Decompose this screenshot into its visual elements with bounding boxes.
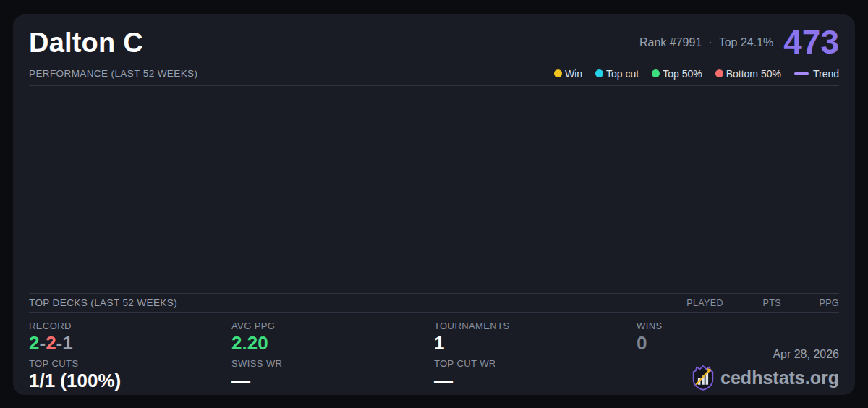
rank-label: Rank #7991	[639, 36, 702, 49]
performance-header-row: PERFORMANCE (LAST 52 WEEKS) Win Top cut …	[29, 61, 839, 85]
cedhstats-shield-icon	[692, 365, 715, 391]
stat-label: TOURNAMENTS	[434, 320, 637, 331]
performance-chart-area	[29, 86, 839, 293]
top-decks-header-row: TOP DECKS (LAST 52 WEEKS) PLAYED PTS PPG	[29, 294, 839, 312]
brand-row: cedhstats.org	[692, 365, 839, 391]
stat-label: TOP CUT WR	[434, 358, 637, 369]
stat-avg-ppg: AVG PPG 2.20	[231, 320, 434, 353]
top-cut-dot-icon	[595, 69, 603, 77]
stats-grid: RECORD 2-2-1 AVG PPG 2.20 TOURNAMENTS 1 …	[29, 313, 839, 395]
record-losses: 2	[46, 332, 56, 354]
trend-line-icon	[794, 72, 809, 75]
card-footer: Apr 28, 2026 cedhstats.org	[692, 348, 839, 391]
avg-ppg-value: 2.20	[231, 333, 434, 353]
top-cuts-value: 1/1 (100%)	[29, 371, 231, 391]
legend-label: Top 50%	[663, 68, 702, 80]
record-dash: -	[56, 332, 63, 354]
stat-label: TOP CUTS	[29, 358, 231, 369]
top50-dot-icon	[652, 69, 660, 77]
legend-label: Top cut	[606, 68, 639, 80]
card-header: Dalton C Rank #7991 · Top 24.1% 473	[29, 14, 839, 61]
legend-item-win: Win	[554, 68, 582, 80]
legend-label: Win	[565, 68, 582, 80]
column-header-played: PLAYED	[665, 298, 723, 308]
stat-swiss-wr: SWISS WR —	[231, 358, 434, 391]
record-draws: 1	[62, 332, 72, 354]
legend-item-bottom50: Bottom 50%	[715, 68, 781, 80]
stat-label: SWISS WR	[231, 358, 434, 369]
legend-label: Bottom 50%	[726, 68, 781, 80]
top-percent-label: Top 24.1%	[719, 36, 774, 49]
legend-label: Trend	[813, 68, 839, 80]
column-header-pts: PTS	[723, 298, 781, 308]
record-dash: -	[39, 332, 46, 354]
legend-item-top50: Top 50%	[652, 68, 702, 80]
points-value: 473	[783, 27, 839, 57]
legend-item-trend: Trend	[794, 68, 839, 80]
player-stats-card: Dalton C Rank #7991 · Top 24.1% 473 PERF…	[13, 14, 855, 395]
record-wins: 2	[29, 332, 39, 354]
stat-label: WINS	[637, 320, 839, 331]
dot-separator: ·	[708, 36, 712, 49]
win-dot-icon	[554, 69, 562, 77]
footer-date: Apr 28, 2026	[692, 348, 839, 361]
rank-area: Rank #7991 · Top 24.1% 473	[639, 27, 839, 57]
stat-label: AVG PPG	[231, 320, 434, 331]
rank-summary: Rank #7991 · Top 24.1%	[639, 36, 773, 49]
tournaments-value: 1	[434, 333, 637, 353]
top-decks-section-title: TOP DECKS (LAST 52 WEEKS)	[29, 297, 177, 308]
performance-section-title: PERFORMANCE (LAST 52 WEEKS)	[29, 68, 197, 79]
top-decks-columns: PLAYED PTS PPG	[665, 298, 839, 308]
chart-legend: Win Top cut Top 50% Bottom 50% Trend	[554, 68, 839, 80]
record-value: 2-2-1	[29, 333, 231, 353]
stat-tournaments: TOURNAMENTS 1	[434, 320, 637, 353]
stat-record: RECORD 2-2-1	[29, 320, 231, 353]
stat-top-cuts: TOP CUTS 1/1 (100%)	[29, 358, 231, 391]
bottom50-dot-icon	[715, 69, 723, 77]
column-header-ppg: PPG	[781, 298, 839, 308]
swiss-wr-value: —	[231, 371, 434, 391]
stat-label: RECORD	[29, 320, 231, 331]
player-name: Dalton C	[29, 27, 143, 59]
stat-top-cut-wr: TOP CUT WR —	[434, 358, 637, 391]
top-cut-wr-value: —	[434, 371, 637, 391]
brand-name: cedhstats.org	[720, 367, 839, 388]
legend-item-top-cut: Top cut	[595, 68, 639, 80]
